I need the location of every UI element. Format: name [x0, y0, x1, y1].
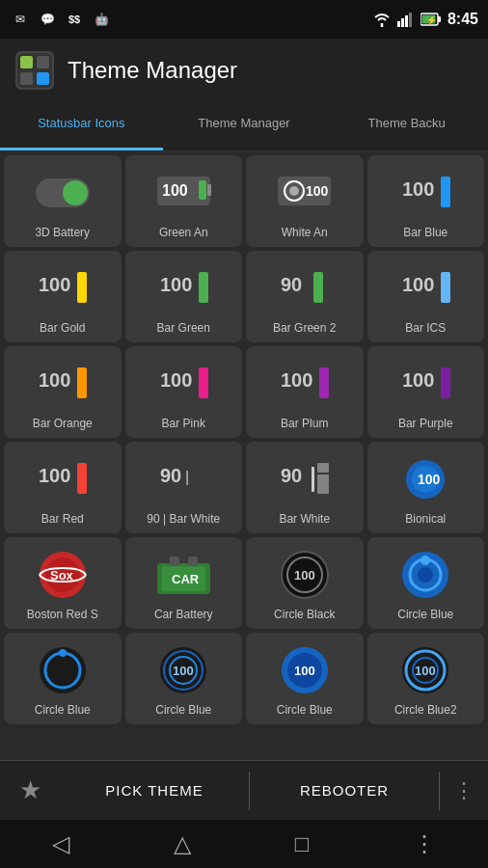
clock: 8:45	[447, 11, 478, 28]
theme-grid: 3D Battery 100 Green An 10	[4, 155, 484, 724]
theme-boston-red-sox[interactable]: Sox Boston Red S	[4, 537, 122, 629]
status-icons: ✉ 💬 $$ 🤖	[10, 9, 112, 30]
svg-point-68	[59, 649, 67, 657]
svg-text:100: 100	[162, 182, 188, 199]
svg-rect-15	[199, 180, 206, 200]
svg-rect-47	[317, 484, 329, 494]
svg-rect-56	[170, 556, 179, 566]
theme-icon-circle-black: 100	[271, 546, 339, 604]
theme-circle-blue-3[interactable]: 100 Circle Blue	[125, 633, 243, 724]
theme-icon-3d-battery	[29, 164, 96, 222]
theme-icon-circle-blue-1	[392, 546, 459, 604]
dollar-icon: $$	[64, 9, 85, 30]
recent-apps-button[interactable]: □	[295, 830, 310, 857]
theme-3d-battery[interactable]: 3D Battery	[4, 155, 122, 247]
theme-bar-purple[interactable]: 100 Bar Purple	[367, 346, 485, 438]
tab-theme-backup[interactable]: Theme Backu	[325, 101, 488, 150]
svg-text:|: |	[185, 469, 189, 485]
theme-bar-green[interactable]: 100 Bar Green	[125, 251, 243, 342]
svg-text:100: 100	[160, 369, 192, 391]
nav-more-button[interactable]: ⋮	[413, 830, 436, 857]
svg-text:100: 100	[39, 274, 70, 295]
svg-rect-26	[199, 272, 208, 303]
svg-rect-34	[199, 367, 208, 398]
theme-bar-red[interactable]: 100 Bar Red	[4, 442, 122, 533]
theme-bar-orange[interactable]: 100 Bar Orange	[4, 346, 122, 438]
signal-icon	[397, 12, 415, 27]
theme-icon-car-battery: CAR	[149, 546, 217, 604]
svg-text:100: 100	[418, 472, 441, 487]
favorites-button[interactable]: ★	[0, 761, 60, 820]
theme-icon-bar-plum: 100	[271, 355, 339, 413]
theme-icon-boston: Sox	[29, 546, 96, 604]
theme-bionical[interactable]: 100 Bionical	[367, 442, 485, 533]
svg-rect-11	[20, 72, 33, 85]
battery-charging-icon: ⚡	[420, 12, 442, 27]
theme-icon-bar-ics: 100	[392, 259, 459, 317]
home-button[interactable]: △	[174, 830, 191, 857]
theme-circle-blue2[interactable]: 100 Circle Blue2	[367, 633, 485, 724]
svg-point-19	[289, 186, 299, 196]
svg-text:100: 100	[39, 369, 70, 391]
toolbar-more-button[interactable]: ⋮	[440, 761, 488, 820]
svg-text:90: 90	[281, 274, 302, 295]
theme-icon-bar-orange: 100	[29, 355, 96, 413]
svg-point-64	[418, 567, 433, 583]
pick-theme-button[interactable]: PICK THEME	[60, 761, 249, 820]
svg-text:100: 100	[402, 369, 434, 391]
bottom-toolbar: ★ PICK THEME REBOOTER ⋮	[0, 760, 488, 820]
theme-icon-circle-blue-4: 100	[271, 641, 339, 699]
theme-bar-green2[interactable]: 90 Bar Green 2	[246, 251, 364, 342]
theme-circle-blue-1[interactable]: Circle Blue	[367, 537, 485, 629]
theme-bar-ics[interactable]: 100 Bar ICS	[367, 251, 485, 342]
svg-rect-57	[188, 556, 198, 566]
svg-rect-0	[397, 21, 400, 27]
theme-icon-bionical: 100	[392, 450, 459, 508]
svg-rect-32	[77, 367, 87, 398]
theme-green-android[interactable]: 100 Green An	[125, 155, 243, 247]
theme-bar-gold[interactable]: 100 Bar Gold	[4, 251, 122, 342]
theme-bar-plum[interactable]: 100 Bar Plum	[246, 346, 364, 438]
theme-icon-white-android: 100	[271, 164, 339, 222]
theme-icon-bar-white2: 90	[271, 450, 339, 508]
svg-rect-3	[409, 13, 412, 27]
back-button[interactable]: ◁	[52, 830, 69, 857]
theme-white-android[interactable]: 100 White An	[246, 155, 364, 247]
theme-car-battery[interactable]: CAR Car Battery	[125, 537, 243, 629]
theme-icon-circle-blue-3: 100	[149, 641, 217, 699]
theme-icon-bar-gold: 100	[29, 259, 96, 317]
theme-icon-bar-purple: 100	[392, 355, 459, 413]
svg-text:100: 100	[306, 183, 329, 199]
tab-theme-manager[interactable]: Theme Manager	[163, 101, 326, 150]
theme-bar-blue[interactable]: 100 Bar Blue	[367, 155, 485, 247]
svg-rect-38	[441, 367, 450, 398]
theme-bar-white-90[interactable]: 90 | 90 | Bar White	[125, 442, 243, 533]
tabs: Statusbar Icons Theme Manager Theme Back…	[0, 101, 488, 151]
theme-icon-bar-red: 100	[29, 450, 96, 508]
status-bar: ✉ 💬 $$ 🤖 ⚡ 8:45	[0, 0, 488, 39]
theme-icon-bar-blue: 100	[392, 164, 459, 222]
svg-rect-45	[317, 463, 329, 473]
theme-icon-circle-blue-2	[29, 641, 96, 699]
theme-bar-pink[interactable]: 100 Bar Pink	[125, 346, 243, 438]
svg-point-65	[420, 556, 430, 565]
svg-text:100: 100	[294, 664, 315, 678]
theme-circle-blue-2[interactable]: Circle Blue	[4, 633, 122, 724]
svg-text:100: 100	[402, 178, 434, 200]
svg-text:100: 100	[402, 274, 434, 295]
theme-circle-blue-4[interactable]: 100 Circle Blue	[246, 633, 364, 724]
svg-rect-1	[401, 18, 404, 27]
rebooter-button[interactable]: REBOOTER	[250, 761, 439, 820]
nav-bar: ◁ △ □ ⋮	[0, 820, 488, 868]
svg-rect-44	[312, 467, 314, 492]
theme-bar-white2[interactable]: 90 Bar White	[246, 442, 364, 533]
tab-statusbar-icons[interactable]: Statusbar Icons	[0, 101, 163, 150]
svg-rect-2	[405, 15, 408, 27]
svg-rect-46	[317, 475, 329, 484]
theme-circle-black[interactable]: 100 Circle Black	[246, 537, 364, 629]
wifi-icon	[372, 12, 392, 27]
svg-text:100: 100	[173, 664, 194, 678]
theme-icon-bar-green: 100	[149, 259, 217, 317]
gmail-icon: ✉	[10, 9, 31, 30]
svg-text:90: 90	[281, 465, 302, 486]
